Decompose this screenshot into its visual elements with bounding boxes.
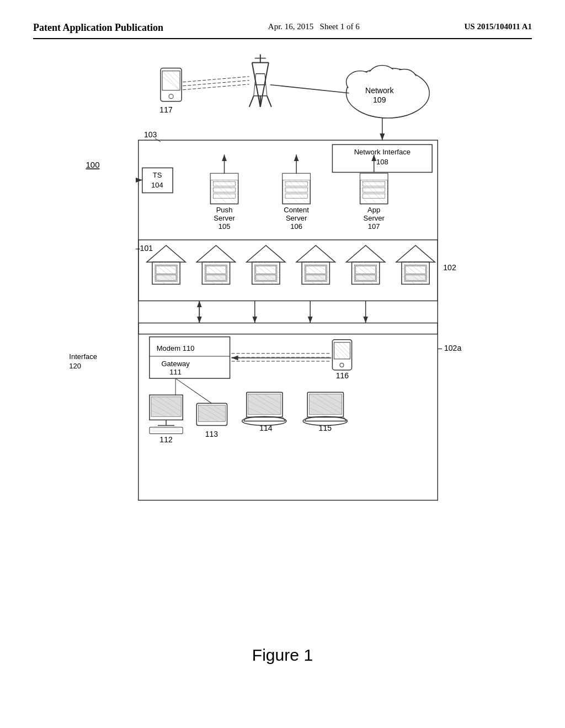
svg-line-19: [249, 96, 254, 107]
svg-line-15: [266, 85, 267, 96]
cell-tower: [249, 54, 271, 106]
svg-rect-53: [282, 173, 310, 180]
svg-rect-93: [256, 275, 276, 280]
svg-point-131: [340, 363, 344, 367]
svg-line-40: [210, 196, 218, 204]
mobile-phone-116: [332, 340, 351, 370]
svg-rect-44: [213, 194, 235, 199]
svg-line-38: [210, 179, 235, 204]
svg-rect-149: [150, 427, 183, 433]
box-103: [138, 140, 438, 334]
svg-rect-113: [356, 275, 376, 280]
meter-house-6: [396, 245, 435, 284]
publication-date-sheet: Apr. 16, 2015 Sheet 1 of 6: [268, 22, 360, 31]
label-105: 105: [218, 222, 231, 231]
box-modem-gateway: [150, 337, 230, 378]
svg-rect-123: [406, 275, 425, 280]
label-gateway: Gateway: [161, 360, 190, 368]
svg-line-6: [172, 71, 180, 79]
svg-marker-99: [296, 245, 335, 262]
svg-line-51: [282, 188, 299, 204]
svg-rect-73: [156, 275, 176, 280]
label-network: Network: [365, 86, 394, 95]
svg-rect-0: [161, 68, 182, 101]
laptop-115: [303, 392, 347, 425]
svg-rect-102: [306, 266, 326, 274]
page-header: Patent Application Publication Apr. 16, …: [33, 22, 532, 39]
publication-date: Apr. 16, 2015: [268, 22, 314, 31]
svg-marker-119: [396, 245, 435, 262]
label-network-interface: Network Interface: [354, 148, 411, 156]
svg-line-63: [360, 188, 377, 204]
label-app: App: [367, 206, 380, 214]
svg-line-50: [282, 179, 307, 204]
svg-rect-83: [206, 275, 226, 280]
line-tower-network: [270, 85, 349, 93]
svg-rect-122: [406, 266, 425, 274]
diagram-area: 117: [33, 45, 532, 695]
content-server-106: [282, 173, 310, 204]
label-server: Server: [214, 214, 235, 222]
label-100: 100: [86, 160, 99, 169]
svg-line-132: [334, 342, 350, 359]
label-push: Push: [216, 206, 233, 214]
svg-rect-72: [156, 266, 176, 274]
svg-line-64: [360, 196, 369, 204]
laptop-114: [242, 392, 286, 425]
desktop-112: [150, 395, 183, 433]
label-120: 120: [69, 362, 81, 370]
meter-house-5: [347, 245, 385, 284]
label-104: 104: [151, 181, 163, 189]
figure-label: Figure 1: [252, 646, 313, 664]
label-modem-110: Modem 110: [157, 344, 195, 352]
label-112: 112: [159, 435, 173, 444]
label-115: 115: [319, 424, 332, 432]
label-113: 113: [205, 430, 218, 438]
label-interface-text: Interface: [69, 352, 97, 361]
svg-line-134: [342, 342, 350, 350]
svg-line-62: [360, 179, 385, 204]
label-106: 106: [290, 222, 302, 231]
label-107: 107: [368, 222, 380, 231]
svg-line-136: [334, 352, 340, 359]
label-101: –101: [136, 244, 153, 253]
svg-rect-103: [306, 275, 326, 280]
label-116: 116: [336, 371, 349, 380]
mobile-phone-117: [161, 68, 182, 101]
publication-sheet: Sheet 1 of 6: [320, 22, 360, 31]
svg-line-14: [254, 85, 255, 96]
label-114: 114: [259, 424, 273, 432]
meter-house-3: [247, 245, 285, 284]
label-102a: – 102a: [438, 344, 461, 352]
device-113: [196, 403, 227, 425]
svg-rect-92: [256, 266, 276, 274]
wireless-signal-top: [183, 77, 249, 90]
svg-line-20: [267, 96, 271, 107]
svg-point-31: [370, 67, 395, 87]
publication-number: US 2015/104011 A1: [464, 22, 532, 31]
label-109: 109: [373, 95, 386, 104]
svg-line-52: [282, 196, 291, 204]
meter-house-4: [296, 245, 335, 284]
svg-point-32: [393, 71, 415, 88]
label-108: 108: [376, 158, 388, 166]
push-server-105: [210, 173, 238, 204]
svg-rect-65: [360, 173, 388, 180]
svg-line-3: [162, 71, 180, 90]
box-101-102: [138, 240, 438, 301]
wireless-signal-mid: [232, 354, 332, 361]
svg-marker-89: [247, 245, 285, 262]
svg-rect-41: [210, 173, 238, 180]
app-server-107: [360, 173, 388, 204]
label-117: 117: [159, 105, 173, 114]
svg-rect-56: [285, 194, 307, 199]
svg-marker-109: [347, 245, 385, 262]
figure-1-svg: 117: [33, 45, 532, 695]
label-102: 102: [443, 263, 456, 272]
label-content: Content: [284, 206, 309, 214]
meter-house-2: [196, 245, 235, 284]
svg-rect-112: [356, 266, 376, 274]
svg-rect-82: [206, 266, 226, 274]
label-ts: TS: [153, 171, 162, 179]
svg-line-135: [334, 346, 346, 359]
